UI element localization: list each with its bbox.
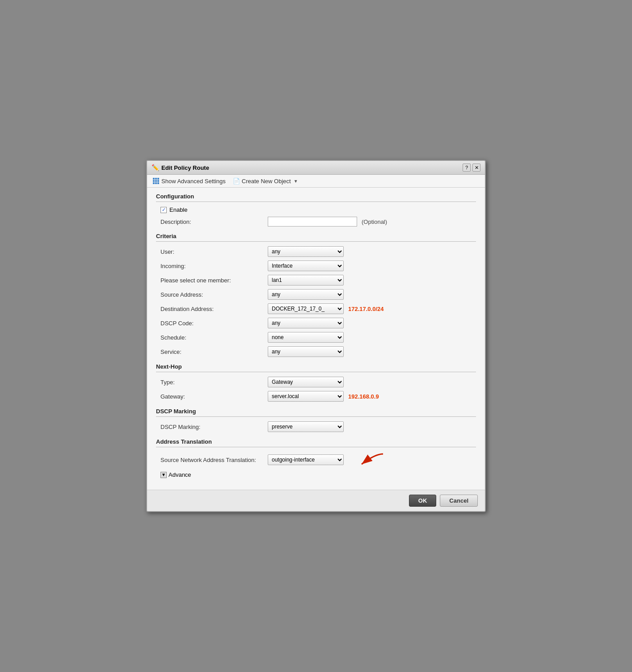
configuration-section: Configuration ✓ Enable Description: (Opt…	[156, 193, 476, 227]
nexthop-type-select[interactable]: Gateway	[268, 377, 344, 387]
show-advanced-label: Show Advanced Settings	[161, 178, 226, 185]
description-row: Description: (Optional)	[156, 217, 476, 227]
dialog-title: Edit Policy Route	[161, 164, 209, 171]
source-address-select[interactable]: any	[268, 289, 344, 300]
criteria-dscp-row: DSCP Code: any	[156, 318, 476, 328]
dscp-code-label: DSCP Code:	[160, 320, 268, 327]
snat-label: Source Network Address Translation:	[160, 457, 268, 463]
advance-label: Advance	[169, 471, 191, 478]
title-bar: ✏️ Edit Policy Route ? ✕	[147, 161, 485, 175]
incoming-label: Incoming:	[160, 263, 268, 269]
schedule-label: Schedule:	[160, 334, 268, 341]
criteria-section: Criteria User: any Incoming: Interface	[156, 233, 476, 357]
nexthop-gateway-label: Gateway:	[160, 393, 268, 400]
arrow-annotation	[348, 452, 384, 468]
user-select[interactable]: any	[268, 246, 344, 257]
incoming-select[interactable]: Interface	[268, 260, 344, 271]
cancel-button[interactable]: Cancel	[440, 495, 478, 507]
toolbar: Show Advanced Settings 📄 Create New Obje…	[147, 175, 485, 188]
create-new-icon: 📄	[233, 177, 240, 185]
address-translation-header: Address Translation	[156, 438, 476, 447]
enable-row: ✓ Enable	[156, 206, 476, 213]
dialog-footer: OK Cancel	[147, 490, 485, 511]
dscp-marking-select[interactable]: preserve	[268, 421, 344, 432]
criteria-user-row: User: any	[156, 246, 476, 257]
create-new-label: Create New Object	[242, 178, 291, 185]
advance-checkbox[interactable]: ▼	[160, 472, 167, 478]
create-new-object-button[interactable]: 📄 Create New Object ▼	[233, 177, 298, 185]
user-label: User:	[160, 248, 268, 255]
source-address-label: Source Address:	[160, 291, 268, 298]
member-select[interactable]: lan1	[268, 275, 344, 286]
optional-text: (Optional)	[362, 218, 387, 225]
criteria-dest-address-row: Destination Address: DOCKER_172_17_0_ 17…	[156, 303, 476, 314]
snat-select[interactable]: outgoing-interface	[268, 454, 344, 465]
dest-address-select[interactable]: DOCKER_172_17_0_	[268, 303, 344, 314]
form-content: Configuration ✓ Enable Description: (Opt…	[147, 188, 485, 490]
address-translation-section: Address Translation Source Network Addre…	[156, 438, 476, 478]
criteria-header: Criteria	[156, 233, 476, 242]
nexthop-header: Next-Hop	[156, 363, 476, 372]
dscp-marking-section: DSCP Marking DSCP Marking: preserve	[156, 408, 476, 432]
description-label: Description:	[160, 218, 268, 225]
nexthop-gateway-row: Gateway: server.local 192.168.0.9	[156, 391, 476, 402]
criteria-incoming-row: Incoming: Interface	[156, 260, 476, 271]
gateway-hint: 192.168.0.9	[348, 393, 379, 400]
enable-label: Enable	[169, 206, 187, 213]
show-advanced-settings-button[interactable]: Show Advanced Settings	[152, 177, 226, 185]
criteria-source-address-row: Source Address: any	[156, 289, 476, 300]
enable-checkbox[interactable]: ✓	[160, 207, 167, 213]
description-input[interactable]	[268, 217, 357, 227]
create-new-dropdown-arrow: ▼	[294, 179, 298, 184]
ok-button[interactable]: OK	[409, 495, 437, 507]
dscp-marking-label: DSCP Marking:	[160, 424, 268, 430]
dest-address-label: Destination Address:	[160, 306, 268, 312]
criteria-service-row: Service: any	[156, 346, 476, 357]
close-button[interactable]: ✕	[472, 164, 480, 172]
nexthop-section: Next-Hop Type: Gateway Gateway: server.l…	[156, 363, 476, 402]
service-select[interactable]: any	[268, 346, 344, 357]
nexthop-type-label: Type:	[160, 379, 268, 386]
nexthop-gateway-select[interactable]: server.local	[268, 391, 344, 402]
dscp-marking-row: DSCP Marking: preserve	[156, 421, 476, 432]
dest-address-hint: 172.17.0.0/24	[348, 306, 384, 312]
advance-row: ▼ Advance	[156, 471, 476, 478]
criteria-member-row: Please select one member: lan1	[156, 275, 476, 286]
dscp-marking-header: DSCP Marking	[156, 408, 476, 417]
snat-row: Source Network Address Translation: outg…	[156, 452, 476, 468]
member-label: Please select one member:	[160, 277, 268, 284]
service-label: Service:	[160, 349, 268, 355]
dscp-code-select[interactable]: any	[268, 318, 344, 328]
nexthop-type-row: Type: Gateway	[156, 377, 476, 387]
schedule-select[interactable]: none	[268, 332, 344, 343]
help-button[interactable]: ?	[463, 164, 471, 172]
settings-grid-icon	[152, 177, 160, 185]
criteria-schedule-row: Schedule: none	[156, 332, 476, 343]
dialog-title-icon: ✏️	[152, 164, 159, 171]
edit-policy-route-dialog: ✏️ Edit Policy Route ? ✕ Show Advanced S…	[146, 160, 486, 512]
configuration-header: Configuration	[156, 193, 476, 202]
